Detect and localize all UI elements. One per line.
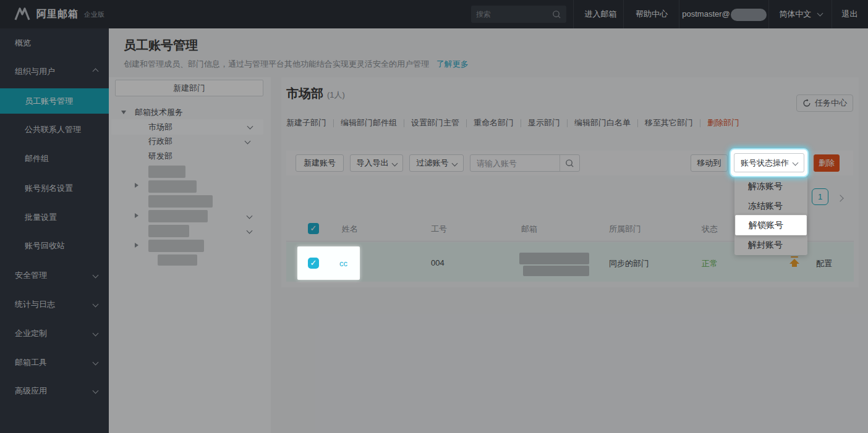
status-ops-label: 账号状态操作 — [741, 158, 789, 169]
chevron-down-icon — [793, 160, 799, 166]
cell-name-link[interactable]: cc — [339, 259, 347, 268]
spotlight-unlock-menu-item[interactable]: 解锁账号 — [735, 215, 807, 235]
row-checkbox[interactable]: ✓ — [308, 258, 319, 269]
status-ops-button[interactable]: 账号状态操作 — [734, 153, 804, 172]
spotlight-status-ops: 账号状态操作 — [730, 148, 809, 177]
spotlight-selected-row-cell: ✓ cc — [297, 246, 360, 280]
admin-console: 阿里邮箱 企业版 进入邮箱 帮助中心 postmaster@ 简体中文 退出 概… — [0, 0, 868, 433]
